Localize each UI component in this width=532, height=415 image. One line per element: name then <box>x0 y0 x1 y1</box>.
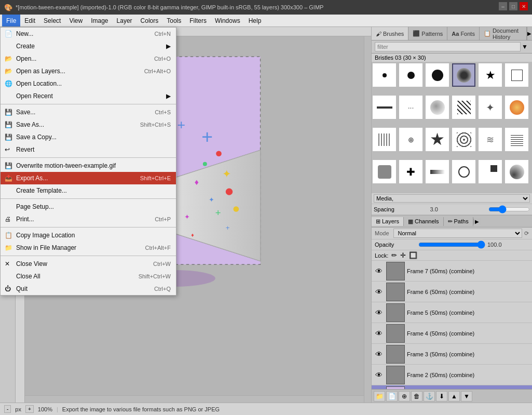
brush-cell-12[interactable] <box>373 128 396 151</box>
layer-eye-frame3[interactable]: 👁 <box>374 349 384 359</box>
tab-channels[interactable]: ▦ Channels <box>404 217 443 226</box>
close-button[interactable]: ✕ <box>520 2 528 10</box>
layer-row-background[interactable]: 👁Background (50ms) <box>372 385 532 389</box>
brush-cell-10[interactable]: ✦ <box>479 96 502 119</box>
menu-item-save-copy[interactable]: 💾Save a Copy... <box>1 131 176 143</box>
menu-item-copy-location[interactable]: 📋Copy Image Location <box>1 229 176 242</box>
layer-row-frame7[interactable]: 👁Frame 7 (50ms) (combine) <box>372 261 532 282</box>
merge-layer-button[interactable]: ⬇ <box>436 391 447 401</box>
panel-expand-button[interactable]: ▶ <box>527 27 532 40</box>
zoom-out-button[interactable]: - <box>4 405 11 413</box>
brush-cell-8[interactable] <box>426 96 449 119</box>
menu-item-page-setup[interactable]: Page Setup... <box>1 200 176 213</box>
mode-select[interactable]: Normal Dissolve Multiply Screen <box>393 229 522 238</box>
brush-cell-23[interactable] <box>505 160 528 183</box>
menu-item-quit[interactable]: ⏻QuitCtrl+Q <box>1 283 176 295</box>
brush-cell-9[interactable] <box>452 96 475 119</box>
anchor-layer-button[interactable]: ⚓ <box>424 391 435 401</box>
brush-cell-1[interactable] <box>399 63 422 87</box>
brush-cell-6[interactable] <box>373 96 396 119</box>
layer-row-frame2[interactable]: 👁Frame 2 (50ms) (combine) <box>372 365 532 385</box>
brush-cell-17[interactable] <box>505 128 528 151</box>
vertical-scrollbar[interactable] <box>364 36 371 403</box>
new-layer-group-button[interactable]: 📁 <box>374 391 385 401</box>
menu-item-export-as[interactable]: 📤Export As...Shift+Ctrl+E <box>1 172 176 184</box>
menu-item-save[interactable]: 💾Save...Ctrl+S <box>1 106 176 118</box>
menu-image[interactable]: Image <box>87 15 112 26</box>
menu-tools[interactable]: Tools <box>162 15 185 26</box>
brush-cell-5[interactable] <box>505 63 528 87</box>
menu-item-create-template[interactable]: Create Template... <box>1 184 176 197</box>
brush-cell-3[interactable] <box>452 63 475 87</box>
brush-cell-13[interactable]: ⊕ <box>399 128 422 151</box>
menu-item-create[interactable]: Create▶ <box>1 40 176 52</box>
maximize-button[interactable]: □ <box>509 2 517 10</box>
menu-item-new[interactable]: 📄New...Ctrl+N <box>1 28 176 40</box>
menu-windows[interactable]: Windows <box>211 15 244 26</box>
layer-eye-frame5[interactable]: 👁 <box>374 307 384 318</box>
horizontal-scrollbar[interactable] <box>25 395 364 403</box>
menu-item-print[interactable]: 🖨Print...Ctrl+P <box>1 213 176 225</box>
menu-layer[interactable]: Layer <box>113 15 137 26</box>
spacing-slider[interactable] <box>488 205 530 213</box>
menu-edit[interactable]: Edit <box>20 15 39 26</box>
lock-position-icon[interactable]: ✛ <box>400 251 406 259</box>
brush-cell-19[interactable]: ✚ <box>399 160 422 183</box>
menu-item-open-location[interactable]: 🌐Open Location... <box>1 77 176 90</box>
layer-eye-frame7[interactable]: 👁 <box>374 266 384 276</box>
menu-item-show-file-manager[interactable]: 📁Show in File ManagerCtrl+Alt+F <box>1 242 176 254</box>
menu-item-close-all[interactable]: Close AllShift+Ctrl+W <box>1 270 176 283</box>
menu-item-open-recent[interactable]: Open Recent▶ <box>1 90 176 102</box>
menu-item-close-view[interactable]: ✕Close ViewCtrl+W <box>1 258 176 270</box>
brush-cell-4[interactable]: ★ <box>479 63 502 87</box>
mode-cycle-icon[interactable]: ⟳ <box>524 230 529 237</box>
layer-eye-frame4[interactable]: 👁 <box>374 328 384 339</box>
layer-row-frame4[interactable]: 👁Frame 4 (50ms) (combine) <box>372 323 532 344</box>
brush-cell-7[interactable]: ··· <box>399 96 422 119</box>
tab-layers[interactable]: ⊞ Layers <box>372 217 404 226</box>
brush-cell-15[interactable] <box>452 128 475 151</box>
zoom-in-button[interactable]: + <box>25 405 34 413</box>
tab-patterns[interactable]: ⬛ Patterns <box>408 27 447 40</box>
lock-pixels-icon[interactable]: ✏ <box>391 251 397 259</box>
layers-panel-expand[interactable]: ▶ <box>473 219 481 224</box>
brush-cell-18[interactable] <box>373 160 396 183</box>
brush-filter-input[interactable] <box>375 42 521 51</box>
brush-cell-11[interactable] <box>505 96 528 119</box>
brush-cell-14[interactable] <box>426 128 449 151</box>
layer-row-frame6[interactable]: 👁Frame 6 (50ms) (combine) <box>372 282 532 302</box>
media-select[interactable]: Media, <box>374 194 530 203</box>
raise-layer-button[interactable]: ▲ <box>448 391 460 401</box>
opacity-slider[interactable] <box>418 240 485 249</box>
menu-help[interactable]: Help <box>244 15 266 26</box>
brush-cell-0[interactable] <box>373 63 396 87</box>
duplicate-layer-button[interactable]: ⊕ <box>399 391 410 401</box>
new-layer-button[interactable]: 📄 <box>386 391 398 401</box>
tab-brushes[interactable]: 🖌 Brushes <box>372 27 408 40</box>
layer-row-frame5[interactable]: 👁Frame 5 (50ms) (combine) <box>372 302 532 323</box>
tab-document-history[interactable]: 📋 Document History <box>480 27 527 40</box>
menu-filters[interactable]: Filters <box>185 15 211 26</box>
menu-item-overwrite[interactable]: 💾Overwrite motion-tween-example.gif <box>1 159 176 172</box>
layer-row-frame3[interactable]: 👁Frame 3 (50ms) (combine) <box>372 344 532 365</box>
menu-item-open-layers[interactable]: 📂Open as Layers...Ctrl+Alt+O <box>1 65 176 77</box>
menu-item-save-as[interactable]: 💾Save As...Shift+Ctrl+S <box>1 118 176 131</box>
menu-select[interactable]: Select <box>39 15 65 26</box>
brush-cell-2[interactable] <box>426 63 449 87</box>
brush-cell-21[interactable] <box>452 160 475 183</box>
menu-view[interactable]: View <box>65 15 87 26</box>
minimize-button[interactable]: – <box>499 2 507 10</box>
layer-eye-frame2[interactable]: 👁 <box>374 370 384 380</box>
tab-paths[interactable]: ✏ Paths <box>444 217 473 226</box>
lower-layer-button[interactable]: ▼ <box>461 391 472 401</box>
menu-item-open[interactable]: 📂Open...Ctrl+O <box>1 52 176 65</box>
brush-cell-22[interactable] <box>479 160 502 183</box>
lock-all-icon[interactable]: 🔲 <box>409 251 417 259</box>
menu-colors[interactable]: Colors <box>137 15 163 26</box>
tab-fonts[interactable]: Aa Fonts <box>447 27 480 40</box>
layer-eye-frame6[interactable]: 👁 <box>374 287 384 297</box>
menu-file[interactable]: File <box>2 15 20 26</box>
brush-cell-16[interactable]: ≋ <box>479 128 502 151</box>
filter-dropdown-icon[interactable]: ▼ <box>521 43 529 50</box>
delete-layer-button[interactable]: 🗑 <box>411 391 422 401</box>
